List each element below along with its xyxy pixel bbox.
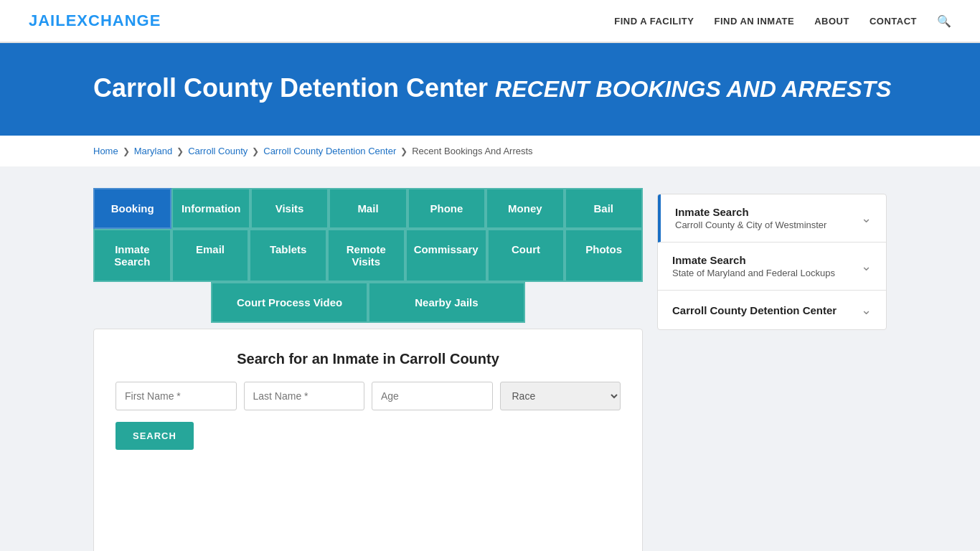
breadcrumb-ccdc[interactable]: Carroll County Detention Center — [263, 146, 396, 156]
hero-title-main: Carroll County Detention Center — [93, 73, 488, 103]
logo-black: JAIL — [29, 11, 66, 29]
sidebar-item-label-1: Inmate Search — [675, 206, 854, 218]
btn-court[interactable]: Court — [487, 229, 565, 282]
last-name-input[interactable] — [244, 382, 365, 410]
sep-2: ❯ — [176, 146, 184, 156]
breadcrumb-maryland[interactable]: Maryland — [134, 146, 172, 156]
btn-commissary[interactable]: Commissary — [405, 229, 487, 282]
header: JAILEXCHANGE FIND A FACILITY FIND AN INM… — [0, 0, 980, 43]
sidebar-item-inmate-search-carroll[interactable]: Inmate Search Carroll County & City of W… — [658, 194, 886, 242]
breadcrumb-carroll[interactable]: Carroll County — [188, 146, 248, 156]
buttons-section: Booking Information Visits Mail Phone Mo… — [93, 188, 643, 323]
sidebar-item-label-3: Carroll County Detention Center — [672, 304, 854, 316]
main-content: Booking Information Visits Mail Phone Mo… — [0, 166, 980, 551]
nav-about[interactable]: ABOUT — [814, 16, 849, 27]
btn-email[interactable]: Email — [171, 229, 250, 282]
sidebar-item-left-2: Inmate Search State of Maryland and Fede… — [672, 254, 854, 278]
hero-title-em: RECENT BOOKINGS AND ARRESTS — [495, 76, 891, 102]
sidebar: Inmate Search Carroll County & City of W… — [657, 194, 887, 330]
button-row-2: Inmate Search Email Tablets Remote Visit… — [93, 229, 643, 282]
logo[interactable]: JAILEXCHANGE — [29, 11, 161, 30]
btn-information[interactable]: Information — [171, 188, 250, 229]
age-input[interactable] — [372, 382, 493, 410]
btn-mail[interactable]: Mail — [329, 188, 407, 229]
btn-remote-visits[interactable]: Remote Visits — [327, 229, 405, 282]
btn-tablets[interactable]: Tablets — [249, 229, 327, 282]
btn-court-process-video[interactable]: Court Process Video — [211, 282, 368, 323]
search-panel: Search for an Inmate in Carroll County R… — [93, 329, 643, 551]
sidebar-item-inmate-search-maryland[interactable]: Inmate Search State of Maryland and Fede… — [658, 242, 886, 291]
sidebar-item-sublabel-1: Carroll County & City of Westminster — [675, 220, 854, 230]
breadcrumb-home[interactable]: Home — [93, 146, 118, 156]
sep-3: ❯ — [252, 146, 259, 156]
nav-find-facility[interactable]: FIND A FACILITY — [614, 16, 694, 27]
btn-bail[interactable]: Bail — [565, 188, 643, 229]
search-title: Search for an Inmate in Carroll County — [116, 351, 621, 367]
chevron-down-icon-1: ⌄ — [861, 210, 872, 226]
button-row-1: Booking Information Visits Mail Phone Mo… — [93, 188, 643, 229]
breadcrumb-current: Recent Bookings And Arrests — [412, 146, 532, 156]
chevron-down-icon-2: ⌄ — [861, 258, 872, 274]
search-button[interactable]: SEARCH — [116, 422, 194, 450]
chevron-down-icon-3: ⌄ — [861, 302, 872, 318]
button-row-3: Court Process Video Nearby Jails — [93, 282, 643, 323]
btn-nearby-jails[interactable]: Nearby Jails — [368, 282, 525, 323]
sidebar-item-sublabel-2: State of Maryland and Federal Lockups — [672, 268, 854, 278]
btn-photos[interactable]: Photos — [565, 229, 643, 282]
left-column: Booking Information Visits Mail Phone Mo… — [93, 188, 643, 551]
nav-contact[interactable]: CONTACT — [870, 16, 917, 27]
sidebar-item-ccdc[interactable]: Carroll County Detention Center ⌄ — [658, 291, 886, 329]
logo-blue: EXCHANGE — [66, 11, 161, 29]
breadcrumb: Home ❯ Maryland ❯ Carroll County ❯ Carro… — [0, 136, 980, 166]
btn-booking[interactable]: Booking — [93, 188, 171, 229]
sidebar-item-left-3: Carroll County Detention Center — [672, 304, 854, 316]
first-name-input[interactable] — [116, 382, 237, 410]
nav-find-inmate[interactable]: FIND AN INMATE — [714, 16, 794, 27]
btn-visits[interactable]: Visits — [250, 188, 329, 229]
page-title: Carroll County Detention Center RECENT B… — [93, 72, 951, 104]
hero-section: Carroll County Detention Center RECENT B… — [0, 43, 980, 136]
btn-inmate-search[interactable]: Inmate Search — [93, 229, 171, 282]
sidebar-item-label-2: Inmate Search — [672, 254, 854, 266]
sep-1: ❯ — [123, 146, 130, 156]
sidebar-item-left-1: Inmate Search Carroll County & City of W… — [675, 206, 854, 230]
sep-4: ❯ — [400, 146, 407, 156]
main-nav: FIND A FACILITY FIND AN INMATE ABOUT CON… — [614, 14, 951, 28]
btn-phone[interactable]: Phone — [407, 188, 486, 229]
search-fields: Race White Black Hispanic Asian Other — [116, 382, 621, 410]
btn-money[interactable]: Money — [486, 188, 564, 229]
race-select[interactable]: Race White Black Hispanic Asian Other — [500, 382, 621, 410]
search-icon[interactable]: 🔍 — [937, 14, 951, 28]
